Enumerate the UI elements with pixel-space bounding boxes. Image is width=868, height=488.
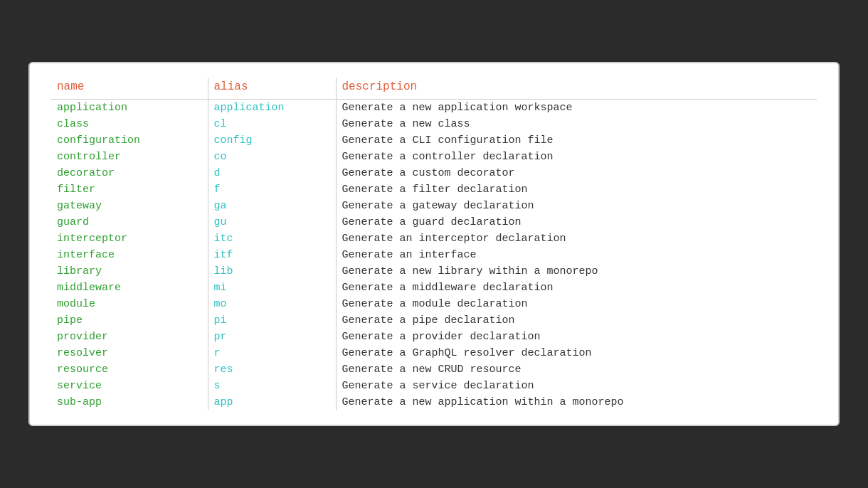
table-row: applicationapplicationGenerate a new app… xyxy=(51,100,817,117)
cell-alias: res xyxy=(208,361,336,378)
cell-name: library xyxy=(51,263,208,280)
cell-alias: co xyxy=(208,149,336,165)
cell-alias: mi xyxy=(208,280,336,296)
cell-alias: lib xyxy=(208,263,336,280)
cell-name: interface xyxy=(51,247,208,263)
cell-alias: r xyxy=(208,345,336,361)
table-row: providerprGenerate a provider declaratio… xyxy=(51,329,817,345)
table-row: gatewaygaGenerate a gateway declaration xyxy=(51,198,817,214)
cell-name: application xyxy=(51,100,208,117)
cell-name: resource xyxy=(51,361,208,378)
cell-name: sub-app xyxy=(51,394,208,410)
cell-description: Generate a service declaration xyxy=(336,378,817,394)
cell-description: Generate a custom decorator xyxy=(336,165,817,181)
table-row: middlewaremiGenerate a middleware declar… xyxy=(51,280,817,296)
cell-description: Generate a controller declaration xyxy=(336,149,817,165)
cell-name: provider xyxy=(51,329,208,345)
cell-description: Generate an interceptor declaration xyxy=(336,230,817,247)
cell-description: Generate an interface xyxy=(336,247,817,263)
cell-alias: ga xyxy=(208,198,336,214)
cell-alias: d xyxy=(208,165,336,181)
cell-alias: application xyxy=(208,100,336,117)
cell-name: middleware xyxy=(51,280,208,296)
cell-alias: pi xyxy=(208,312,336,329)
cell-alias: cl xyxy=(208,116,336,132)
cell-description: Generate a pipe declaration xyxy=(336,312,817,329)
cell-description: Generate a new library within a monorepo xyxy=(336,263,817,280)
cell-description: Generate a new application workspace xyxy=(336,100,817,117)
table-row: classclGenerate a new class xyxy=(51,116,817,132)
table-row: servicesGenerate a service declaration xyxy=(51,378,817,394)
table-row: pipepiGenerate a pipe declaration xyxy=(51,312,817,329)
cell-alias: s xyxy=(208,378,336,394)
table-row: controllercoGenerate a controller declar… xyxy=(51,149,817,165)
table-row: resourceresGenerate a new CRUD resource xyxy=(51,361,817,378)
cell-description: Generate a module declaration xyxy=(336,296,817,312)
table-row: decoratordGenerate a custom decorator xyxy=(51,165,817,181)
cell-description: Generate a GraphQL resolver declaration xyxy=(336,345,817,361)
table-row: resolverrGenerate a GraphQL resolver dec… xyxy=(51,345,817,361)
cell-name: service xyxy=(51,378,208,394)
cell-name: configuration xyxy=(51,132,208,149)
table-header-row: name alias description xyxy=(51,78,817,100)
cell-name: controller xyxy=(51,149,208,165)
cell-name: gateway xyxy=(51,198,208,214)
cell-name: decorator xyxy=(51,165,208,181)
cell-alias: app xyxy=(208,394,336,410)
commands-table: name alias description applicationapplic… xyxy=(51,78,817,410)
cell-description: Generate a middleware declaration xyxy=(336,280,817,296)
cell-name: filter xyxy=(51,181,208,198)
header-alias: alias xyxy=(208,78,336,100)
cell-alias: f xyxy=(208,181,336,198)
cell-alias: mo xyxy=(208,296,336,312)
table-row: librarylibGenerate a new library within … xyxy=(51,263,817,280)
cell-description: Generate a CLI configuration file xyxy=(336,132,817,149)
main-container: name alias description applicationapplic… xyxy=(28,62,840,426)
cell-name: guard xyxy=(51,214,208,230)
table-row: modulemoGenerate a module declaration xyxy=(51,296,817,312)
table-row: sub-appappGenerate a new application wit… xyxy=(51,394,817,410)
cell-alias: pr xyxy=(208,329,336,345)
cell-description: Generate a gateway declaration xyxy=(336,198,817,214)
cell-description: Generate a filter declaration xyxy=(336,181,817,198)
cell-description: Generate a new class xyxy=(336,116,817,132)
cell-description: Generate a new CRUD resource xyxy=(336,361,817,378)
cell-description: Generate a provider declaration xyxy=(336,329,817,345)
cell-alias: config xyxy=(208,132,336,149)
table-row: interceptoritcGenerate an interceptor de… xyxy=(51,230,817,247)
cell-name: class xyxy=(51,116,208,132)
cell-description: Generate a new application within a mono… xyxy=(336,394,817,410)
cell-alias: itf xyxy=(208,247,336,263)
header-description: description xyxy=(336,78,817,100)
table-row: filterfGenerate a filter declaration xyxy=(51,181,817,198)
cell-alias: gu xyxy=(208,214,336,230)
cell-name: interceptor xyxy=(51,230,208,247)
cell-description: Generate a guard declaration xyxy=(336,214,817,230)
table-row: interfaceitfGenerate an interface xyxy=(51,247,817,263)
cell-name: resolver xyxy=(51,345,208,361)
cell-alias: itc xyxy=(208,230,336,247)
cell-name: pipe xyxy=(51,312,208,329)
table-row: guardguGenerate a guard declaration xyxy=(51,214,817,230)
header-name: name xyxy=(51,78,208,100)
table-row: configurationconfigGenerate a CLI config… xyxy=(51,132,817,149)
cell-name: module xyxy=(51,296,208,312)
